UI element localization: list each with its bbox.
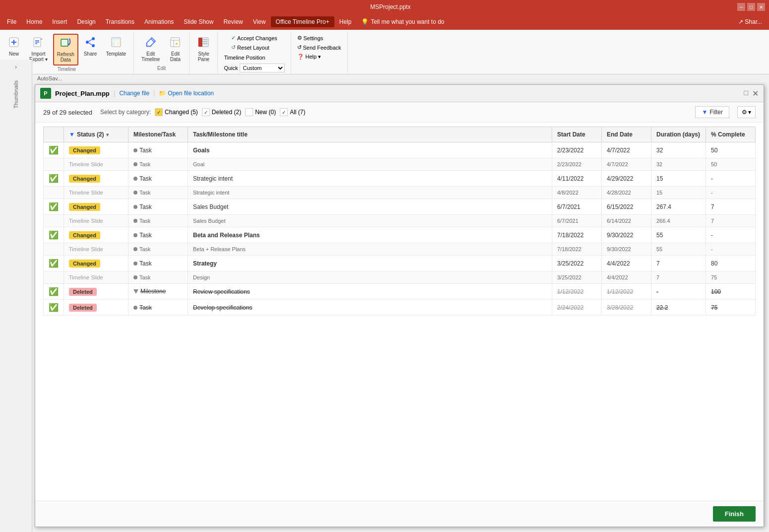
edit-data-button[interactable]: EditData — [165, 34, 185, 65]
menu-share[interactable]: ↗ Shar... — [733, 16, 767, 27]
share-icon — [84, 36, 96, 50]
menu-file[interactable]: File — [2, 16, 21, 27]
timeline-position-button[interactable]: Timeline Position — [222, 54, 286, 62]
sidebar: › Thumbnails — [0, 60, 32, 74]
svg-line-13 — [89, 43, 92, 45]
style-pane-label: StylePane — [198, 51, 209, 62]
new-icon — [8, 36, 20, 50]
edit-timeline-button[interactable]: EditTimeline — [138, 34, 163, 65]
menu-review[interactable]: Review — [218, 16, 248, 27]
send-feedback-button[interactable]: ↺ Send Feedback — [295, 43, 343, 52]
menu-view[interactable]: View — [248, 16, 271, 27]
checkmark-icon: ✓ — [231, 35, 236, 41]
edit-group-label: Edit — [157, 65, 166, 72]
template-icon — [110, 36, 122, 50]
title-bar: MSProject.pptx ─ □ ✕ — [0, 0, 769, 14]
share-label: Share — [84, 51, 97, 57]
help-button[interactable]: ❓ Help ▾ — [295, 53, 343, 61]
svg-rect-17 — [117, 41, 120, 46]
new-button[interactable]: New — [4, 34, 24, 59]
ribbon-group-changes: ✓ Accept Changes ↺ Reset Layout Timeline… — [218, 32, 291, 74]
menu-home[interactable]: Home — [21, 16, 47, 27]
svg-point-10 — [86, 41, 89, 44]
edit-data-label: EditData — [170, 51, 181, 62]
style-pane-button[interactable]: StylePane — [193, 34, 213, 65]
feedback-icon: ↺ — [297, 44, 302, 51]
title-bar-title: MSProject.pptx — [44, 3, 737, 10]
menu-insert[interactable]: Insert — [47, 16, 72, 27]
svg-point-9 — [92, 37, 95, 40]
svg-point-11 — [92, 44, 95, 47]
sidebar-collapse-arrow[interactable]: › — [15, 64, 17, 70]
style-pane-icon — [197, 36, 209, 50]
share-button[interactable]: Share — [80, 34, 101, 59]
svg-rect-7 — [61, 39, 68, 46]
menu-tell-me[interactable]: 💡 Tell me what you want to do — [356, 16, 449, 27]
reset-icon: ↺ — [231, 44, 236, 51]
ribbon-group-edit: EditTimeline EditData Edit — [134, 32, 190, 74]
quick-custom-row: Quick Custom Fit to window — [222, 63, 286, 73]
svg-rect-24 — [198, 38, 202, 47]
ribbon-group-style: StylePane — [190, 32, 218, 74]
template-button[interactable]: Template — [102, 34, 129, 59]
svg-rect-15 — [112, 38, 120, 41]
refresh-data-button[interactable]: RefreshData — [53, 34, 78, 66]
menu-animations[interactable]: Animations — [139, 16, 179, 27]
edit-timeline-label: EditTimeline — [141, 51, 160, 62]
menu-design[interactable]: Design — [72, 16, 100, 27]
menu-help[interactable]: Help — [334, 16, 357, 27]
close-button[interactable]: ✕ — [757, 3, 765, 11]
svg-rect-20 — [171, 38, 180, 47]
timeline-group-label: Timeline — [58, 66, 76, 73]
settings-button[interactable]: ⚙ Settings — [295, 34, 343, 42]
ribbon-group-settings: ⚙ Settings ↺ Send Feedback ❓ Help ▾ — [291, 32, 348, 74]
svg-line-12 — [89, 40, 92, 42]
edit-timeline-icon — [145, 36, 157, 50]
minimize-button[interactable]: ─ — [737, 3, 745, 11]
reset-layout-button[interactable]: ↺ Reset Layout — [229, 43, 279, 52]
ribbon: New ImportExport ▾ RefreshData Share — [0, 30, 769, 74]
accept-changes-button[interactable]: ✓ Accept Changes — [229, 34, 279, 42]
import-export-icon — [32, 36, 44, 50]
menu-slideshow[interactable]: Slide Show — [179, 16, 218, 27]
share-icon: ↗ — [738, 18, 743, 25]
quick-select[interactable]: Custom Fit to window — [240, 64, 285, 72]
help-icon: ❓ — [297, 54, 304, 60]
new-label: New — [9, 51, 19, 57]
menu-officetimeline[interactable]: Office Timeline Pro+ — [271, 16, 334, 27]
maximize-button[interactable]: □ — [747, 3, 755, 11]
settings-gear-icon: ⚙ — [297, 35, 302, 41]
template-label: Template — [106, 51, 126, 57]
lightbulb-icon: 💡 — [361, 18, 369, 25]
menu-bar: File Home Insert Design Transitions Anim… — [0, 14, 769, 30]
svg-rect-16 — [112, 41, 116, 46]
edit-data-icon — [169, 36, 181, 50]
refresh-data-icon — [60, 37, 71, 51]
refresh-data-label: RefreshData — [57, 52, 74, 63]
menu-transitions[interactable]: Transitions — [101, 16, 139, 27]
